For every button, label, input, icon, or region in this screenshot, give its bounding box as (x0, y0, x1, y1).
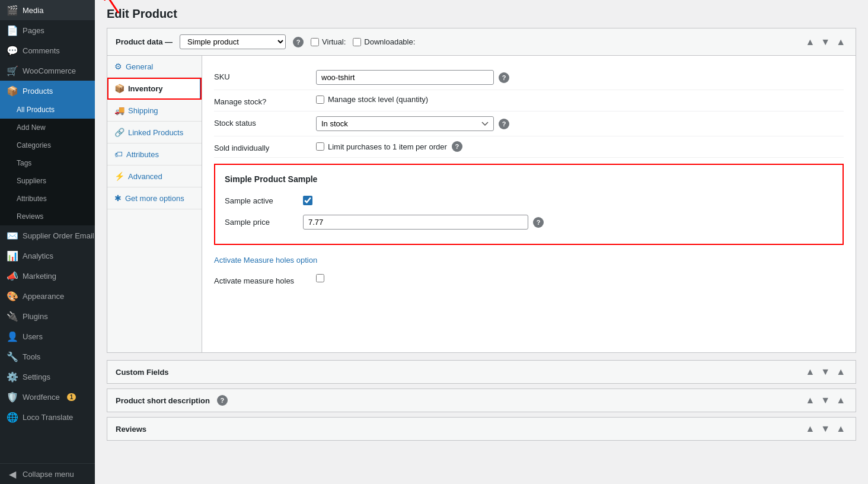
short-desc-collapse-up[interactable]: ▲ (803, 395, 816, 406)
sidebar-item-analytics[interactable]: 📊 Analytics (0, 246, 95, 266)
sample-active-label: Sample active (225, 196, 296, 205)
sold-individually-label: Sold individually (214, 141, 309, 152)
custom-fields-collapse-up[interactable]: ▲ (803, 367, 816, 377)
sidebar-item-collapse[interactable]: ◀ Collapse menu (0, 464, 95, 484)
product-data-header: Product data — Simple product Variable p… (107, 28, 856, 56)
reviews-collapse-down[interactable]: ▼ (819, 424, 832, 434)
tab-get-more-options[interactable]: ✱ Get more options (107, 187, 202, 209)
sidebar-item-appearance[interactable]: 🎨 Appearance (0, 286, 95, 306)
product-short-desc-title: Product short description ? (116, 395, 228, 406)
sample-price-help-icon[interactable]: ? (533, 217, 544, 228)
product-short-desc-help-icon[interactable]: ? (217, 395, 228, 406)
stock-status-label: Stock status (214, 116, 309, 128)
sidebar-subitem-attributes[interactable]: Attributes (0, 190, 95, 208)
sidebar-subitem-tags[interactable]: Tags (0, 154, 95, 172)
wordfence-badge: 1 (67, 393, 76, 401)
product-short-desc-header[interactable]: Product short description ? ▲ ▼ ▲ (107, 389, 856, 412)
sidebar-item-supplier-order[interactable]: ✉️ Supplier Order Email (0, 225, 95, 246)
reviews-title: Reviews (116, 425, 146, 434)
simple-product-sample-box: Simple Product Sample Sample active Samp… (214, 164, 844, 245)
short-desc-collapse-toggle[interactable]: ▲ (834, 395, 847, 406)
sidebar-subitem-add-new[interactable]: Add New (0, 119, 95, 136)
activate-measure-label: Activate measure holes (214, 274, 309, 285)
downloadable-label[interactable]: Downloadable: (353, 37, 415, 46)
downloadable-checkbox[interactable] (353, 38, 361, 46)
sidebar-subitem-categories[interactable]: Categories (0, 136, 95, 154)
sidebar-item-users[interactable]: 👤 Users (0, 326, 95, 346)
sample-active-row: Sample active (225, 191, 833, 210)
analytics-icon: 📊 (7, 250, 18, 261)
tab-attributes[interactable]: 🏷 Attributes (107, 144, 202, 165)
custom-fields-header[interactable]: Custom Fields ▲ ▼ ▲ (107, 361, 856, 383)
reviews-collapse-up[interactable]: ▲ (803, 424, 816, 434)
panel-collapse-down[interactable]: ▼ (819, 37, 832, 47)
shipping-tab-icon: 🚚 (114, 106, 125, 115)
comments-icon: 💬 (7, 45, 18, 56)
sold-individually-checkbox-label[interactable]: Limit purchases to 1 item per order (316, 142, 447, 151)
loco-translate-icon: 🌐 (7, 412, 18, 422)
sample-price-label: Sample price (225, 218, 296, 227)
tab-inventory[interactable]: 📦 Inventory (107, 78, 202, 100)
sidebar-subitem-suppliers[interactable]: Suppliers (0, 172, 95, 190)
sidebar-item-settings[interactable]: ⚙️ Settings (0, 367, 95, 387)
tools-icon: 🔧 (7, 351, 18, 362)
panel-collapse-toggle[interactable]: ▲ (834, 37, 847, 47)
sku-input[interactable] (316, 70, 494, 85)
tab-shipping[interactable]: 🚚 Shipping (107, 100, 202, 122)
sidebar-item-loco-translate[interactable]: 🌐 Loco Translate (0, 407, 95, 427)
appearance-icon: 🎨 (7, 291, 18, 301)
sample-price-input[interactable] (303, 215, 528, 230)
sidebar-item-wordfence[interactable]: 🛡️ Wordfence 1 (0, 387, 95, 407)
plugins-icon: 🔌 (7, 311, 18, 321)
settings-icon: ⚙️ (7, 371, 18, 382)
product-type-select[interactable]: Simple product Variable product Grouped … (180, 34, 286, 49)
short-desc-collapse-down[interactable]: ▼ (819, 395, 832, 406)
sidebar-item-products[interactable]: 📦 Products (0, 81, 95, 101)
virtual-label[interactable]: Virtual: (311, 37, 346, 46)
virtual-checkbox[interactable] (311, 38, 319, 46)
sold-individually-checkbox[interactable] (316, 142, 324, 151)
sidebar-subitem-reviews[interactable]: Reviews (0, 208, 95, 225)
sidebar-item-marketing[interactable]: 📣 Marketing (0, 266, 95, 286)
tab-advanced[interactable]: ⚡ Advanced (107, 165, 202, 187)
wordfence-icon: 🛡️ (7, 391, 18, 402)
custom-fields-collapse-down[interactable]: ▼ (819, 367, 832, 377)
sold-individually-help-icon[interactable]: ? (452, 141, 462, 152)
reviews-header[interactable]: Reviews ▲ ▼ ▲ (107, 418, 856, 440)
sidebar-item-comments[interactable]: 💬 Comments (0, 40, 95, 60)
sample-active-checkbox[interactable] (303, 196, 312, 205)
page-title: Edit Product (107, 7, 177, 21)
stock-status-select[interactable]: In stock Out of stock On backorder (316, 116, 494, 131)
sku-help-icon[interactable]: ? (499, 72, 509, 83)
panel-body: ⚙ General 📦 Inventory 🚚 Shipping 🔗 Linke… (107, 56, 856, 352)
manage-stock-checkbox[interactable] (316, 95, 324, 104)
panel-collapse-up[interactable]: ▲ (803, 37, 816, 47)
product-short-desc-panel: Product short description ? ▲ ▼ ▲ (107, 389, 856, 412)
sidebar-item-woocommerce[interactable]: 🛒 WooCommerce (0, 60, 95, 81)
manage-stock-checkbox-label[interactable]: Manage stock level (quantity) (316, 95, 428, 104)
sidebar-item-plugins[interactable]: 🔌 Plugins (0, 306, 95, 326)
custom-fields-collapse-toggle[interactable]: ▲ (834, 367, 847, 377)
sample-price-row: Sample price ? (225, 210, 833, 234)
reviews-collapse-toggle[interactable]: ▲ (834, 424, 847, 434)
product-type-help-icon[interactable]: ? (293, 37, 304, 47)
sidebar-item-pages[interactable]: 📄 Pages (0, 20, 95, 40)
tab-general[interactable]: ⚙ General (107, 56, 202, 78)
tab-linked-products[interactable]: 🔗 Linked Products (107, 122, 202, 144)
sidebar-item-media[interactable]: 🎬 Media (0, 0, 95, 20)
activate-measure-link[interactable]: Activate Measure holes option (214, 251, 844, 269)
sidebar-item-tools[interactable]: 🔧 Tools (0, 346, 95, 367)
sku-field: ? (316, 70, 844, 85)
activate-measure-checkbox[interactable] (316, 274, 324, 282)
stock-status-help-icon[interactable]: ? (499, 119, 509, 129)
sold-individually-row: Sold individually Limit purchases to 1 i… (214, 136, 844, 158)
users-icon: 👤 (7, 331, 18, 342)
collapse-icon: ◀ (7, 469, 18, 479)
products-icon: 📦 (7, 85, 18, 96)
product-data-label: Product data — (116, 37, 173, 46)
sold-individually-field: Limit purchases to 1 item per order ? (316, 141, 844, 152)
product-short-desc-controls: ▲ ▼ ▲ (803, 395, 847, 406)
manage-stock-row: Manage stock? Manage stock level (quanti… (214, 90, 844, 112)
pages-icon: 📄 (7, 25, 18, 36)
sidebar-subitem-all-products[interactable]: All Products (0, 101, 95, 119)
